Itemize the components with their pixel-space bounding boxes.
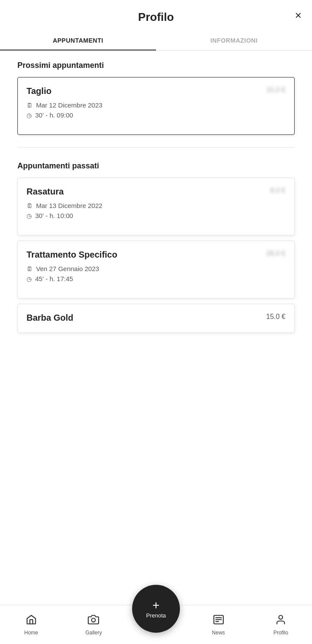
news-icon <box>213 614 224 628</box>
appointment-date: Mar 13 Dicembre 2022 <box>36 202 103 209</box>
calendar-icon: 🗓 <box>27 265 33 272</box>
past-title: Appuntamenti passati <box>17 161 295 171</box>
page-title: Profilo <box>138 10 174 24</box>
upcoming-card-1[interactable]: Taglio 15.0 € 🗓 Mar 12 Dicembre 2023 ◷ 3… <box>17 77 295 135</box>
header: Profilo × <box>0 0 312 31</box>
card-header: Rasatura 8.0 € <box>27 187 285 197</box>
nav-label-home: Home <box>24 630 38 636</box>
appointment-name: Trattamento Specifico <box>27 250 117 260</box>
calendar-icon: 🗓 <box>27 202 33 209</box>
past-card-3-partial[interactable]: Barba Gold 15.0 € <box>17 304 295 333</box>
appointment-time-row: ◷ 45' - h. 17:45 <box>27 275 285 282</box>
section-divider <box>17 147 295 148</box>
nav-item-news[interactable]: News <box>187 614 250 636</box>
appointment-time: 30' - h. 09:00 <box>35 111 73 119</box>
nav-label-gallery: Gallery <box>85 630 102 636</box>
camera-icon <box>88 614 99 628</box>
svg-point-0 <box>92 618 96 622</box>
clock-icon: ◷ <box>27 275 32 282</box>
nav-item-gallery[interactable]: Gallery <box>63 614 125 636</box>
appointment-price: 28.0 € <box>266 250 285 258</box>
upcoming-section: Prossimi appuntamenti Taglio 15.0 € 🗓 Ma… <box>17 61 295 135</box>
fab-label: Prenota <box>146 612 166 619</box>
nav-label-profilo: Profilo <box>273 630 288 636</box>
appointment-date-row: 🗓 Ven 27 Gennaio 2023 <box>27 265 285 272</box>
nav-item-profilo[interactable]: Profilo <box>249 614 312 636</box>
card-header: Trattamento Specifico 28.0 € <box>27 250 285 260</box>
upcoming-title: Prossimi appuntamenti <box>17 61 295 70</box>
appointment-price: 8.0 € <box>270 187 285 195</box>
close-button[interactable]: × <box>295 10 302 21</box>
person-icon <box>275 614 286 628</box>
appointment-date-row: 🗓 Mar 12 Dicembre 2023 <box>27 101 285 109</box>
fab-plus-icon: + <box>153 599 159 611</box>
clock-icon: ◷ <box>27 112 32 119</box>
past-section: Appuntamenti passati Rasatura 8.0 € 🗓 Ma… <box>17 161 295 333</box>
past-card-1[interactable]: Rasatura 8.0 € 🗓 Mar 13 Dicembre 2022 ◷ … <box>17 178 295 235</box>
appointment-date: Ven 27 Gennaio 2023 <box>36 265 99 272</box>
appointment-name: Barba Gold <box>27 313 73 323</box>
svg-point-5 <box>279 615 283 619</box>
appointment-time-row: ◷ 30' - h. 09:00 <box>27 111 285 119</box>
appointment-date-row: 🗓 Mar 13 Dicembre 2022 <box>27 202 285 209</box>
prenota-fab[interactable]: + Prenota <box>132 585 180 633</box>
card-header: Barba Gold 15.0 € <box>27 313 285 323</box>
tab-informazioni[interactable]: INFORMAZIONI <box>156 31 312 50</box>
tab-appuntamenti[interactable]: APPUNTAMENTI <box>0 31 156 50</box>
clock-icon: ◷ <box>27 212 32 219</box>
nav-item-home[interactable]: Home <box>0 614 63 636</box>
appointment-price: 15.0 € <box>266 313 285 321</box>
appointment-price: 15.0 € <box>266 86 285 94</box>
tabs: APPUNTAMENTI INFORMAZIONI <box>0 31 312 50</box>
appointment-time: 30' - h. 10:00 <box>35 212 73 219</box>
appointment-time-row: ◷ 30' - h. 10:00 <box>27 212 285 219</box>
nav-label-news: News <box>212 630 225 636</box>
appointment-name: Taglio <box>27 86 51 96</box>
card-header: Taglio 15.0 € <box>27 86 285 96</box>
calendar-icon: 🗓 <box>27 102 33 109</box>
appointment-time: 45' - h. 17:45 <box>35 275 73 282</box>
appointment-date: Mar 12 Dicembre 2023 <box>36 101 103 109</box>
appointment-name: Rasatura <box>27 187 64 197</box>
home-icon <box>26 614 37 628</box>
past-card-2[interactable]: Trattamento Specifico 28.0 € 🗓 Ven 27 Ge… <box>17 241 295 299</box>
content-area: Prossimi appuntamenti Taglio 15.0 € 🗓 Ma… <box>0 50 312 385</box>
